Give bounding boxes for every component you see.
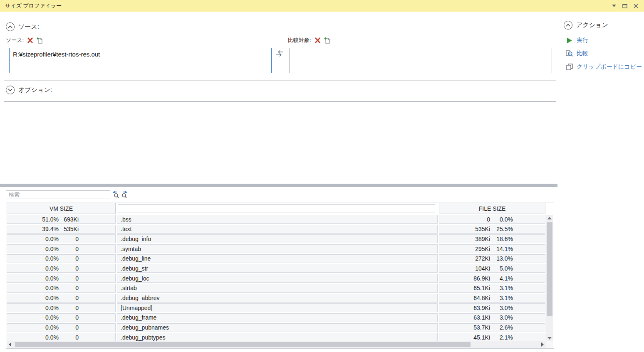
actions-section-title: アクション	[576, 21, 608, 29]
section-name-cell: .debug_str	[117, 264, 438, 273]
file-percent: 3.0%	[490, 314, 513, 321]
table-row[interactable]: 0.0% 0 .debug_loc 86.9Ki 4.1%	[7, 274, 546, 283]
table-row[interactable]: 0.0% 0 .debug_pubnames 53.7Ki 2.6%	[7, 323, 546, 332]
table-row[interactable]: 0.0% 0 .debug_abbrev 64.8Ki 3.1%	[7, 294, 546, 303]
compare-path-input[interactable]	[289, 48, 552, 73]
table-row[interactable]: 0.0% 0 .debug_line 272Ki 13.0%	[7, 254, 546, 263]
section-name-cell: .text	[117, 225, 438, 234]
vertical-scrollbar[interactable]	[546, 215, 553, 342]
file-percent: 4.1%	[490, 275, 513, 282]
vm-percent: 0.0%	[10, 265, 59, 272]
vm-value: 0	[59, 275, 79, 282]
vm-value: 0	[59, 236, 79, 242]
collapse-source-button[interactable]	[6, 22, 15, 31]
vm-percent: 0.0%	[10, 236, 59, 242]
file-percent: 3.1%	[490, 295, 513, 301]
run-button[interactable]: 実行	[566, 37, 588, 44]
scroll-up-icon[interactable]	[547, 217, 552, 219]
copy-icon	[566, 64, 573, 70]
search-next-icon[interactable]	[121, 191, 127, 199]
vm-percent: 0.0%	[10, 324, 59, 331]
vm-value: 693Ki	[59, 216, 79, 223]
file-percent: 0.0%	[490, 216, 513, 223]
scroll-left-icon[interactable]	[9, 342, 11, 347]
collapse-actions-button[interactable]	[564, 21, 572, 30]
source-path-input[interactable]: R:¥sizeprofiler¥test-rtos-res.out	[9, 48, 272, 73]
source-section-header: ソース:	[6, 22, 39, 31]
vm-percent: 0.0%	[10, 255, 59, 262]
file-size-cell: 45.1Ki 2.1%	[439, 333, 545, 342]
file-value: 535Ki	[439, 226, 490, 232]
copy-to-clipboard-button[interactable]: クリップボードにコピー	[566, 63, 642, 71]
table-row[interactable]: 0.0% 0 .debug_str 104Ki 5.0%	[7, 264, 546, 273]
file-value: 53.7Ki	[439, 324, 490, 331]
vm-size-cell: 0.0% 0	[7, 274, 116, 283]
vm-size-cell: 0.0% 0	[7, 294, 116, 303]
file-percent: 13.0%	[490, 255, 513, 262]
results-table: VM SIZE FILE SIZE 51.0% 693Ki .bss 0 0.0…	[6, 202, 554, 349]
table-row[interactable]: 0.0% 0 .symtab 295Ki 14.1%	[7, 244, 546, 253]
source-field-label: ソース:	[6, 37, 24, 44]
file-value: 0	[439, 216, 490, 223]
compare-button[interactable]: 比較	[566, 50, 588, 57]
section-name-cell: .debug_pubnames	[117, 323, 438, 332]
clear-source-icon[interactable]	[27, 37, 33, 43]
table-row[interactable]: 0.0% 0 .debug_info 389Ki 18.6%	[7, 234, 546, 243]
file-value: 389Ki	[439, 236, 490, 242]
table-row[interactable]: 0.0% 0 [Unmapped] 63.9Ki 3.0%	[7, 303, 546, 312]
close-icon[interactable]	[632, 4, 639, 8]
paste-compare-icon[interactable]	[324, 37, 331, 44]
vm-size-cell: 0.0% 0	[7, 234, 116, 243]
vm-size-cell: 0.0% 0	[7, 244, 116, 253]
table-header: VM SIZE FILE SIZE	[7, 203, 545, 214]
search-previous-icon[interactable]	[113, 191, 119, 199]
vm-size-cell: 0.0% 0	[7, 323, 116, 332]
table-row[interactable]: 0.0% 0 .debug_pubtypes 45.1Ki 2.1%	[7, 333, 546, 342]
window-menu-icon[interactable]	[611, 5, 617, 7]
maximize-icon[interactable]	[622, 4, 628, 8]
horizontal-scrollbar-thumb[interactable]	[15, 342, 471, 347]
search-input[interactable]	[6, 190, 110, 199]
scrollbar-corner	[546, 341, 553, 348]
paste-source-icon[interactable]	[37, 37, 43, 44]
table-row[interactable]: 39.4% 535Ki .text 535Ki 25.5%	[7, 225, 546, 234]
vm-percent: 0.0%	[10, 314, 59, 321]
section-name-cell: .symtab	[117, 244, 438, 253]
name-column-header[interactable]	[117, 203, 438, 214]
horizontal-scrollbar[interactable]	[7, 341, 546, 348]
section-name-cell: .debug_line	[117, 254, 438, 263]
table-row[interactable]: 51.0% 693Ki .bss 0 0.0%	[7, 215, 546, 224]
name-column-filter[interactable]	[118, 204, 435, 212]
file-size-cell: 295Ki 14.1%	[439, 244, 545, 253]
table-row[interactable]: 0.0% 0 .strtab 65.1Ki 3.1%	[7, 284, 546, 293]
options-section-title: オプション:	[18, 86, 52, 94]
scroll-right-icon[interactable]	[541, 342, 544, 347]
section-name-cell: .debug_pubtypes	[117, 333, 438, 342]
clear-compare-icon[interactable]	[315, 37, 321, 43]
file-size-cell: 53.7Ki 2.6%	[439, 323, 545, 332]
section-divider	[4, 80, 556, 81]
vm-value: 0	[59, 246, 79, 252]
section-name-cell: .debug_abbrev	[117, 294, 438, 303]
swap-sources-icon[interactable]	[276, 50, 283, 57]
vm-size-cell: 0.0% 0	[7, 333, 116, 342]
vm-size-cell: 0.0% 0	[7, 264, 116, 273]
vertical-scrollbar-thumb[interactable]	[547, 222, 552, 316]
vm-percent: 51.0%	[10, 216, 59, 223]
titlebar: サイズ プロファイラー	[0, 0, 644, 12]
section-name-cell: .strtab	[117, 284, 438, 293]
run-label: 実行	[577, 37, 588, 44]
file-value: 45.1Ki	[439, 334, 490, 341]
scroll-down-icon[interactable]	[547, 337, 552, 340]
options-divider	[4, 101, 556, 102]
vm-size-column-header[interactable]: VM SIZE	[7, 203, 116, 214]
file-size-cell: 63.1Ki 3.0%	[439, 313, 545, 322]
file-size-column-header[interactable]: FILE SIZE	[439, 203, 545, 214]
expand-options-button[interactable]	[6, 86, 15, 94]
file-size-cell: 64.8Ki 3.1%	[439, 294, 545, 303]
table-row[interactable]: 0.0% 0 .debug_frame 63.1Ki 3.0%	[7, 313, 546, 322]
vm-percent: 39.4%	[10, 226, 59, 232]
vm-value: 0	[59, 314, 79, 321]
splitter-bar[interactable]	[0, 184, 557, 187]
file-percent: 3.1%	[490, 285, 513, 291]
